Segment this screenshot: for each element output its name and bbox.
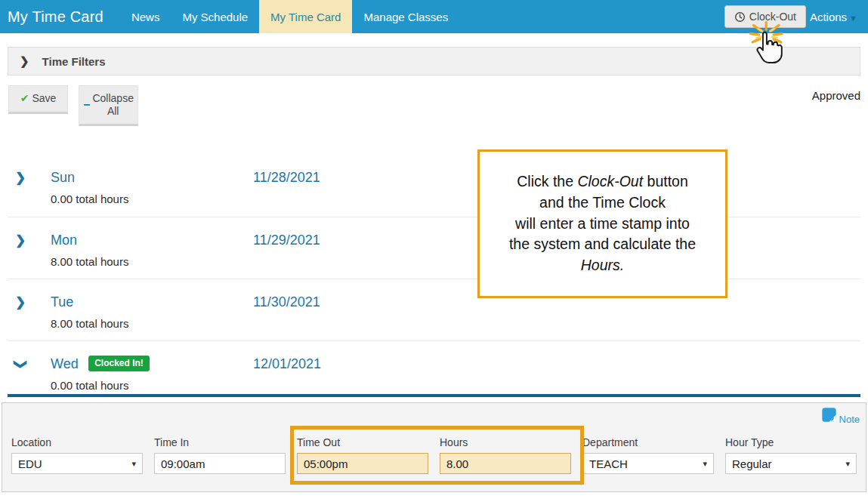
collapse-all-label: Collapse All (92, 92, 133, 119)
hour-type-label: Hour Type (725, 436, 857, 448)
save-button[interactable]: Save (8, 85, 68, 114)
location-select[interactable]: EDU (11, 453, 143, 474)
toolbar: Save Collapse All Approved (8, 85, 860, 127)
chevron-right-icon[interactable] (8, 170, 51, 217)
day-date-link[interactable]: 11/28/2021 (253, 170, 320, 186)
department-select[interactable]: TEACH (582, 453, 714, 474)
time-out-label: Time Out (297, 436, 428, 448)
day-row-main: Sun 0.00 total hours (51, 170, 128, 217)
time-out-input[interactable] (297, 453, 428, 474)
day-link[interactable]: Mon (51, 233, 77, 248)
time-in-input[interactable] (154, 453, 286, 474)
day-total-hours: 8.00 total hours (51, 317, 128, 330)
time-filters-panel[interactable]: ❯ Time Filters (8, 47, 860, 75)
tab-my-schedule[interactable]: My Schedule (171, 0, 259, 33)
chevron-right-icon[interactable] (8, 294, 51, 340)
time-in-field: Time In (154, 436, 286, 474)
callout-line: will enter a time stamp into (489, 214, 716, 235)
day-row-mon: Mon 8.00 total hours 11/29/2021 (8, 217, 860, 279)
actions-menu[interactable]: Actions ▼ (810, 0, 857, 33)
department-value: TEACH (589, 457, 628, 470)
collapse-all-button[interactable]: Collapse All (79, 85, 138, 126)
clock-out-button[interactable]: Clock-Out (724, 5, 806, 28)
callout-line: Click the Clock-Out button (489, 171, 716, 192)
status-approved: Approved (812, 89, 860, 102)
day-row-main: Tue 8.00 total hours (51, 294, 128, 340)
day-link[interactable]: Tue (51, 294, 73, 310)
note-label: Note (839, 414, 860, 425)
day-row-sun: Sun 0.00 total hours 11/28/2021 (8, 151, 860, 217)
actions-label: Actions (810, 11, 847, 23)
time-filters-title: Time Filters (42, 55, 106, 68)
day-total-hours: 0.00 total hours (51, 192, 128, 205)
chevron-right-icon: ❯ (20, 54, 29, 68)
callout-line: Hours. (489, 255, 716, 276)
callout-line: the system and calculate the (489, 234, 716, 255)
day-row-main: Wed Clocked In! 0.00 total hours (51, 356, 150, 394)
check-icon (20, 92, 32, 106)
clock-out-label: Clock-Out (749, 11, 796, 23)
day-link[interactable]: Wed (51, 356, 79, 371)
chevron-down-icon[interactable] (8, 356, 51, 394)
day-row-wed: Wed Clocked In! 0.00 total hours 12/01/2… (8, 341, 860, 394)
app-title: My Time Card (0, 0, 120, 33)
day-row-tue: Tue 8.00 total hours 11/30/2021 (8, 279, 860, 341)
location-label: Location (11, 436, 143, 448)
day-date-link[interactable]: 11/29/2021 (253, 233, 320, 248)
day-row-main: Mon 8.00 total hours (51, 233, 128, 279)
day-total-hours: 0.00 total hours (51, 379, 150, 392)
note-icon (821, 407, 837, 425)
hour-type-select[interactable]: Regular (725, 453, 857, 474)
time-entry-panel: Note Location EDU Time In Time Out Hours… (2, 402, 866, 492)
time-out-field: Time Out (297, 436, 428, 474)
location-value: EDU (18, 457, 42, 470)
minus-icon (83, 97, 92, 112)
hours-input[interactable] (440, 453, 571, 474)
day-date-link[interactable]: 12/01/2021 (253, 356, 321, 372)
save-label: Save (32, 92, 56, 106)
hour-type-value: Regular (732, 457, 772, 470)
top-nav: My Time Card News My Schedule My Time Ca… (0, 0, 868, 33)
chevron-down-icon: ▼ (849, 14, 857, 23)
time-in-label: Time In (154, 436, 286, 448)
day-list: Sun 0.00 total hours 11/28/2021 Mon 8.00… (0, 151, 868, 397)
tab-news[interactable]: News (120, 0, 171, 33)
department-field: Department TEACH (582, 436, 714, 474)
day-link[interactable]: Sun (51, 170, 75, 185)
tab-my-time-card[interactable]: My Time Card (259, 0, 352, 33)
clocked-in-badge: Clocked In! (88, 356, 150, 371)
instruction-callout: Click the Clock-Out button and the Time … (477, 149, 727, 298)
location-field: Location EDU (11, 436, 143, 474)
expanded-row-divider (8, 394, 860, 397)
callout-line: and the Time Clock (489, 192, 716, 214)
day-date-link[interactable]: 11/30/2021 (253, 294, 320, 310)
chevron-right-icon[interactable] (8, 233, 51, 279)
note-link[interactable]: Note (821, 407, 860, 425)
day-total-hours: 8.00 total hours (51, 255, 128, 268)
hour-type-field: Hour Type Regular (725, 436, 857, 474)
department-label: Department (582, 436, 714, 448)
hours-field: Hours (440, 436, 571, 474)
hours-label: Hours (440, 436, 571, 448)
tab-manage-classes[interactable]: Manage Classes (352, 0, 459, 33)
clock-icon (734, 11, 746, 23)
